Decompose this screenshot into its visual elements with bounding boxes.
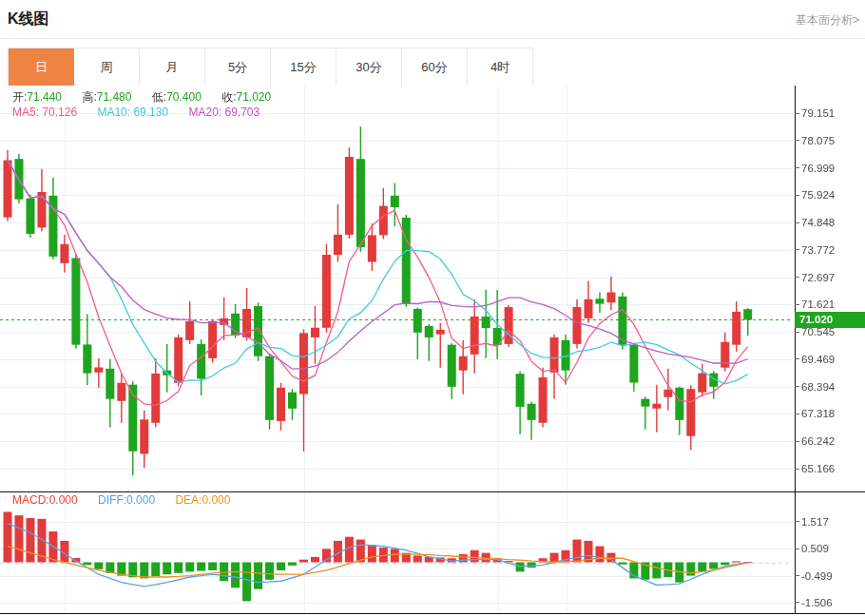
axis-tick [795,521,799,522]
ma5-value: 70.126 [42,106,77,119]
price-axis-label: 74.848 [795,216,865,229]
open-value: 71.440 [27,90,62,104]
price-axis-label: 71.621 [795,298,865,311]
ohlc-readout: 开:71.440 高:71.480 低:70.400 收:71.020 [12,89,288,106]
tab-15分[interactable]: 15分 [271,48,336,86]
price-axis-label: 69.469 [795,353,865,366]
page-title: K线图 [8,10,49,29]
price-axis-label: 68.394 [795,380,865,394]
price-axis-label: 78.075 [795,134,865,147]
price-axis-label: 67.318 [795,407,865,420]
axis-tick [795,358,799,359]
ma10-label: MA10: [97,106,130,119]
axis-tick [795,113,799,114]
macd-axis-label: -0.499 [795,569,865,583]
axis-tick [795,575,799,576]
axis-tick [795,332,799,333]
ma10-value: 69.130 [133,106,168,119]
close-value: 71.020 [237,90,272,104]
axis-tick [795,602,799,603]
price-axis-label: 73.772 [795,243,865,257]
ma20-value: 69.703 [225,106,260,119]
axis-tick [795,167,799,168]
macd-axis-label: -1.506 [795,596,865,609]
dea-value: 0.000 [202,493,230,507]
tab-5分[interactable]: 5分 [205,48,271,86]
tab-30分[interactable]: 30分 [336,48,402,86]
current-price-badge: 71.020 [795,312,865,328]
axis-tick [795,277,799,278]
diff-label: DIFF: [98,493,126,507]
price-axis-label: 79.151 [795,106,865,120]
price-axis-label: 65.166 [795,462,865,475]
open-label: 开: [12,90,27,104]
high-label: 高: [82,90,96,104]
price-axis-label: 66.242 [795,434,865,448]
period-tabs: 日周月5分15分30分60分4时 [8,48,533,86]
high-value: 71.480 [97,90,132,104]
tab-4时[interactable]: 4时 [468,48,533,86]
macd-axis-label: 0.509 [795,542,865,555]
diff-value: 0.000 [126,493,155,507]
macd-label: MACD: [12,493,49,507]
axis-tick [795,414,799,414]
price-axis-label: 76.999 [795,162,865,175]
axis-tick [795,195,799,196]
axis-tick [795,469,799,470]
axis-tick [795,304,799,305]
axis-tick [795,386,799,387]
axis-tick [795,222,799,223]
low-label: 低: [152,90,166,104]
low-value: 70.400 [166,90,202,104]
price-axis-label: 72.697 [795,271,865,284]
ma20-label: MA20: [188,106,221,119]
tab-60分[interactable]: 60分 [402,48,468,86]
fundamental-analysis-link[interactable]: 基本面分析> [796,12,859,29]
tab-周[interactable]: 周 [74,48,140,86]
price-axis-label: 75.924 [795,188,865,202]
tab-日[interactable]: 日 [9,48,74,86]
axis-tick [795,441,799,442]
ma-readout: MA5: 70.126 MA10: 69.130 MA20: 69.703 [12,106,277,119]
axis-tick [795,249,799,250]
period-tab-bar: 日周月5分15分30分60分4时 [0,48,865,87]
axis-tick [795,549,799,549]
axis-tick [795,140,799,141]
page-header: K线图 基本面分析> [0,0,865,39]
tab-月[interactable]: 月 [140,48,205,86]
kline-chart-canvas[interactable] [0,86,865,616]
macd-value: 0.000 [49,493,78,507]
macd-readout: MACD:0.000 DIFF:0.000 DEA:0.000 [12,493,247,507]
close-label: 收: [221,90,236,104]
kline-page: K线图 基本面分析> 日周月5分15分30分60分4时 开:71.440 高:7… [0,0,865,616]
macd-axis-label: 1.517 [795,515,865,529]
ma5-label: MA5: [12,106,39,119]
dea-label: DEA: [175,493,202,507]
